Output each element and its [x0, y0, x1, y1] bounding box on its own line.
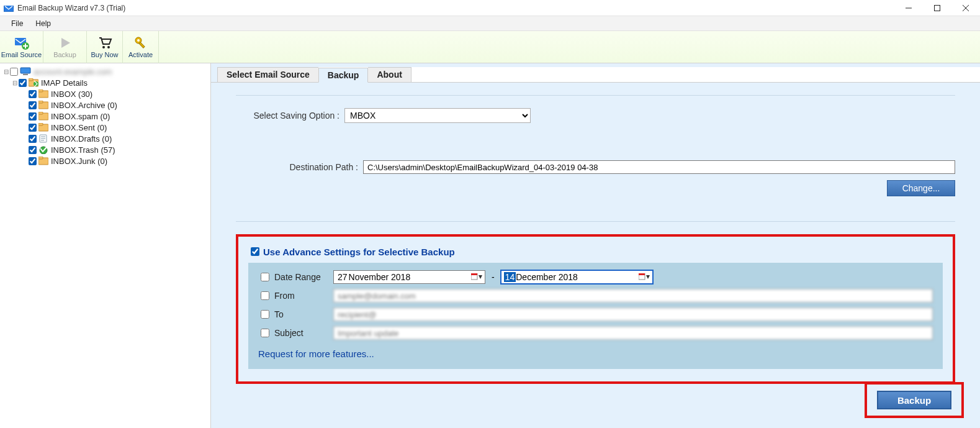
tab-about[interactable]: About: [368, 67, 411, 82]
backup-button[interactable]: Backup: [877, 391, 951, 409]
tree-item-checkbox[interactable]: [29, 101, 37, 109]
menu-help[interactable]: Help: [29, 17, 57, 30]
datepicker-dropdown-icon[interactable]: [471, 273, 482, 281]
advanced-settings-checkbox[interactable]: [251, 247, 259, 256]
svg-marker-10: [61, 38, 70, 48]
svg-rect-17: [23, 74, 28, 75]
saving-option-select[interactable]: MBOX: [344, 108, 531, 123]
tree-item-trash[interactable]: INBOX.Trash (57): [2, 144, 210, 155]
svg-rect-28: [38, 123, 43, 125]
imap-folder-icon: [29, 78, 38, 87]
svg-marker-38: [479, 275, 482, 279]
svg-point-12: [107, 46, 110, 48]
from-filter-row: From: [258, 289, 933, 303]
drafts-icon: [38, 134, 48, 143]
computer-icon: [20, 67, 31, 76]
tree-item-inbox[interactable]: INBOX (30): [2, 88, 210, 99]
folder-icon: [38, 101, 48, 109]
svg-rect-16: [20, 68, 30, 73]
tree-item-checkbox[interactable]: [29, 135, 37, 143]
date-from-rest: November 2018: [349, 272, 411, 282]
tree-root-checkbox[interactable]: [10, 68, 18, 76]
tree-item-checkbox[interactable]: [29, 124, 37, 132]
tree-item-sent[interactable]: INBOX.Sent (0): [2, 122, 210, 133]
tab-backup[interactable]: Backup: [318, 68, 369, 83]
advanced-settings-title: Use Advance Settings for Selective Backu…: [263, 247, 455, 257]
date-separator: -: [492, 272, 495, 282]
tree-imap-label: IMAP Details: [41, 78, 88, 88]
tree-imap-checkbox[interactable]: [19, 79, 27, 87]
collapse-icon[interactable]: ⊟: [2, 68, 10, 75]
datepicker-dropdown-icon[interactable]: [639, 273, 650, 281]
tree-item-checkbox[interactable]: [29, 90, 37, 98]
key-icon: [133, 35, 148, 50]
destination-row: Destination Path :: [236, 160, 955, 174]
folder-icon: [38, 123, 48, 132]
svg-rect-1: [4, 4, 14, 6]
date-to-day: 14: [504, 272, 516, 282]
svg-point-11: [102, 46, 105, 48]
tree-item-junk[interactable]: INBOX.Junk (0): [2, 155, 210, 166]
request-features-link[interactable]: Request for more features...: [258, 348, 374, 359]
change-button[interactable]: Change...: [887, 180, 955, 196]
tree-item-drafts[interactable]: INBOX.Drafts (0): [2, 133, 210, 144]
toolbar-buy-now-label: Buy Now: [91, 51, 118, 58]
subject-filter-checkbox[interactable]: [261, 329, 269, 337]
svg-rect-19: [29, 78, 33, 81]
app-icon: [4, 4, 14, 12]
menu-bar: File Help: [0, 16, 980, 31]
destination-path-input[interactable]: [363, 160, 955, 174]
tree-item-label: INBOX (30): [51, 89, 92, 99]
tree-root-label: account.example.com: [34, 67, 112, 76]
to-filter-label: To: [274, 309, 333, 319]
svg-rect-22: [38, 89, 43, 92]
subject-filter-row: Subject: [258, 326, 933, 340]
toolbar-buy-now-button[interactable]: Buy Now: [87, 31, 123, 63]
tree-item-checkbox[interactable]: [29, 112, 37, 121]
toolbar-email-source-button[interactable]: Email Source: [0, 31, 43, 63]
tree-root[interactable]: ⊟ account.example.com: [2, 66, 210, 77]
date-from-picker[interactable]: 27 November 2018: [333, 270, 485, 284]
menu-file[interactable]: File: [5, 17, 29, 30]
main-tabs: Select Email Source Backup About: [217, 67, 980, 82]
advanced-settings-highlight: Use Advance Settings for Selective Backu…: [236, 234, 955, 384]
email-source-icon: [14, 35, 29, 50]
to-filter-checkbox[interactable]: [261, 310, 269, 319]
date-from-day: 27: [336, 272, 349, 282]
tree-item-checkbox[interactable]: [29, 146, 37, 154]
date-to-picker[interactable]: 14 December 2018: [501, 270, 653, 284]
shopping-cart-icon: [97, 35, 112, 50]
toolbar: Email Source Backup Buy Now Activate: [0, 31, 980, 63]
tree-item-label: INBOX.Trash (57): [51, 145, 115, 155]
tree-item-spam[interactable]: INBOX.spam (0): [2, 111, 210, 122]
main-panel: Select Email Source Backup About Select …: [211, 63, 980, 428]
tree-item-checkbox[interactable]: [29, 157, 37, 165]
tab-select-email-source[interactable]: Select Email Source: [217, 67, 318, 82]
tree-imap-details[interactable]: ⊟ IMAP Details: [2, 77, 210, 88]
tree-item-archive[interactable]: INBOX.Archive (0): [2, 99, 210, 111]
folder-icon: [38, 89, 48, 98]
to-filter-input[interactable]: [333, 307, 933, 321]
svg-rect-26: [38, 112, 43, 114]
toolbar-email-source-label: Email Source: [1, 51, 42, 58]
tree-item-label: INBOX.spam (0): [51, 112, 110, 121]
from-filter-checkbox[interactable]: [261, 291, 269, 300]
window-maximize-button[interactable]: [923, 0, 951, 16]
date-range-checkbox[interactable]: [261, 273, 269, 281]
svg-rect-40: [639, 273, 645, 275]
collapse-icon[interactable]: ⊟: [11, 80, 19, 86]
toolbar-activate-button[interactable]: Activate: [123, 31, 159, 63]
date-range-label: Date Range: [274, 272, 333, 282]
tree-item-label: INBOX.Sent (0): [51, 123, 107, 132]
window-minimize-button[interactable]: [894, 0, 923, 16]
trash-icon: [38, 145, 48, 154]
subject-filter-input[interactable]: [333, 326, 933, 340]
tree-item-label: INBOX.Junk (0): [51, 157, 107, 166]
toolbar-backup-button[interactable]: Backup: [43, 31, 87, 63]
to-filter-row: To: [258, 307, 933, 321]
from-filter-input[interactable]: [333, 289, 933, 303]
window-title: Email Backup Wizard v7.3 (Trial): [17, 4, 125, 12]
from-filter-label: From: [274, 291, 333, 301]
window-close-button[interactable]: [951, 0, 980, 16]
svg-rect-15: [138, 42, 144, 48]
